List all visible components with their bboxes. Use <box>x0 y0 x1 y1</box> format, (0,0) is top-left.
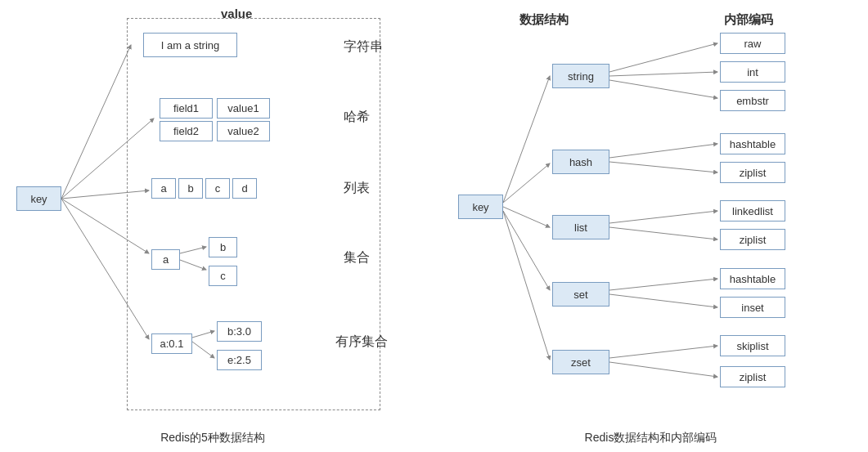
right-string-box: string <box>552 64 609 88</box>
zset-e: e:2.5 <box>217 350 262 370</box>
left-diagram: value key I am a string 字符串 field1 value… <box>0 0 434 452</box>
svg-line-10 <box>503 163 550 203</box>
svg-line-20 <box>609 227 717 239</box>
right-arrows <box>434 0 868 452</box>
set-c: c <box>209 266 237 286</box>
right-ziplist3-box: ziplist <box>720 366 785 387</box>
hash-value2: value2 <box>217 121 270 141</box>
svg-line-23 <box>609 346 717 358</box>
zset-a: a:0.1 <box>151 333 192 354</box>
svg-line-9 <box>503 76 550 203</box>
right-diagram: 数据结构 内部编码 key string raw int embstr hash… <box>434 0 868 452</box>
right-zset-box: zset <box>552 350 609 374</box>
hash-type-label: 哈希 <box>344 109 370 126</box>
right-linkedlist-box: linkedlist <box>720 200 785 222</box>
hash-field2: field2 <box>160 121 213 141</box>
svg-line-15 <box>609 72 717 76</box>
hash-field1: field1 <box>160 98 213 119</box>
right-inset-box: inset <box>720 297 785 318</box>
list-b: b <box>178 178 203 199</box>
left-caption: Redis的5种数据结构 <box>0 431 425 445</box>
right-embstr-box: embstr <box>720 90 785 111</box>
right-hashtable1-box: hashtable <box>720 133 785 154</box>
svg-line-17 <box>609 144 717 158</box>
list-d: d <box>232 178 257 199</box>
svg-line-12 <box>503 211 550 290</box>
right-set-box: set <box>552 282 609 307</box>
right-hash-box: hash <box>552 150 609 174</box>
header-data-structure: 数据结构 <box>519 12 569 28</box>
svg-line-0 <box>61 45 131 199</box>
string-value-box: I am a string <box>143 33 237 57</box>
right-skiplist-box: skiplist <box>720 335 785 356</box>
svg-line-24 <box>609 362 717 377</box>
right-int-box: int <box>720 61 785 83</box>
svg-line-18 <box>609 162 717 172</box>
svg-line-22 <box>609 294 717 307</box>
zset-b: b:3.0 <box>217 321 262 342</box>
right-ziplist1-box: ziplist <box>720 162 785 183</box>
right-ziplist2-box: ziplist <box>720 229 785 250</box>
svg-line-16 <box>609 80 717 98</box>
string-type-label: 字符串 <box>344 38 383 56</box>
key-box: key <box>16 186 61 211</box>
right-hashtable2-box: hashtable <box>720 268 785 289</box>
set-type-label: 集合 <box>344 249 370 266</box>
svg-line-13 <box>503 211 550 360</box>
svg-line-19 <box>609 211 717 223</box>
right-list-box: list <box>552 215 609 239</box>
set-b: b <box>209 237 237 257</box>
hash-value1: value1 <box>217 98 270 119</box>
list-type-label: 列表 <box>344 180 370 197</box>
svg-line-11 <box>503 207 550 227</box>
set-a: a <box>151 249 180 270</box>
zset-type-label: 有序集合 <box>335 333 388 351</box>
svg-line-14 <box>609 43 717 72</box>
right-raw-box: raw <box>720 33 785 54</box>
list-a: a <box>151 178 176 199</box>
right-key-box: key <box>458 195 503 219</box>
header-internal-encoding: 内部编码 <box>724 12 773 28</box>
svg-line-21 <box>609 279 717 290</box>
list-c: c <box>205 178 230 199</box>
right-caption: Redis数据结构和内部编码 <box>434 431 868 445</box>
